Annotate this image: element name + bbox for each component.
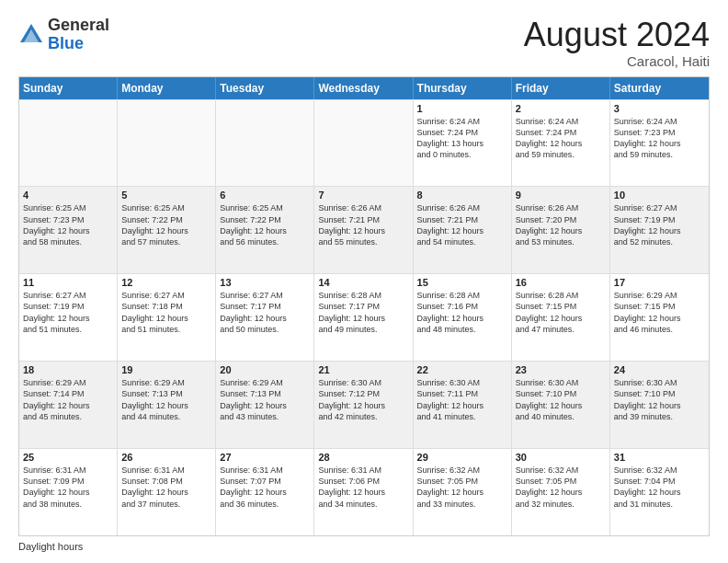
calendar: SundayMondayTuesdayWednesdayThursdayFrid… xyxy=(18,76,710,536)
logo-text: General Blue xyxy=(48,17,109,53)
calendar-cell: 30Sunrise: 6:32 AM Sunset: 7:05 PM Dayli… xyxy=(512,449,610,535)
day-info: Sunrise: 6:30 AM Sunset: 7:11 PM Dayligh… xyxy=(417,377,507,422)
day-info: Sunrise: 6:32 AM Sunset: 7:04 PM Dayligh… xyxy=(614,465,705,510)
calendar-cell: 27Sunrise: 6:31 AM Sunset: 7:07 PM Dayli… xyxy=(216,449,314,535)
title-block: August 2024 Caracol, Haiti xyxy=(524,17,710,69)
day-info: Sunrise: 6:28 AM Sunset: 7:16 PM Dayligh… xyxy=(417,290,507,335)
calendar-row: 1Sunrise: 6:24 AM Sunset: 7:24 PM Daylig… xyxy=(19,99,709,187)
day-number: 11 xyxy=(23,277,113,288)
day-number: 24 xyxy=(614,364,705,375)
calendar-cell: 23Sunrise: 6:30 AM Sunset: 7:10 PM Dayli… xyxy=(512,362,610,448)
day-info: Sunrise: 6:31 AM Sunset: 7:07 PM Dayligh… xyxy=(220,465,310,510)
cal-header-day: Sunday xyxy=(19,77,118,99)
day-info: Sunrise: 6:31 AM Sunset: 7:09 PM Dayligh… xyxy=(23,465,113,510)
day-number: 13 xyxy=(220,277,310,288)
day-number: 14 xyxy=(318,277,408,288)
calendar-cell: 28Sunrise: 6:31 AM Sunset: 7:06 PM Dayli… xyxy=(314,449,413,535)
day-info: Sunrise: 6:27 AM Sunset: 7:19 PM Dayligh… xyxy=(23,290,113,335)
calendar-cell: 9Sunrise: 6:26 AM Sunset: 7:20 PM Daylig… xyxy=(512,187,610,273)
calendar-body: 1Sunrise: 6:24 AM Sunset: 7:24 PM Daylig… xyxy=(19,99,709,535)
calendar-cell: 21Sunrise: 6:30 AM Sunset: 7:12 PM Dayli… xyxy=(314,362,413,448)
day-number: 12 xyxy=(121,277,211,288)
day-info: Sunrise: 6:30 AM Sunset: 7:12 PM Dayligh… xyxy=(318,377,408,422)
cal-header-day: Friday xyxy=(512,77,610,99)
calendar-cell: 1Sunrise: 6:24 AM Sunset: 7:24 PM Daylig… xyxy=(414,100,512,187)
cal-header-day: Saturday xyxy=(610,77,709,99)
logo-blue: Blue xyxy=(48,34,84,52)
day-number: 15 xyxy=(417,277,507,288)
calendar-cell: 18Sunrise: 6:29 AM Sunset: 7:14 PM Dayli… xyxy=(19,362,118,448)
day-number: 19 xyxy=(121,364,211,375)
day-info: Sunrise: 6:25 AM Sunset: 7:22 PM Dayligh… xyxy=(220,202,310,247)
day-number: 16 xyxy=(516,277,606,288)
calendar-cell: 12Sunrise: 6:27 AM Sunset: 7:18 PM Dayli… xyxy=(118,274,216,361)
calendar-cell: 8Sunrise: 6:26 AM Sunset: 7:21 PM Daylig… xyxy=(414,187,512,273)
calendar-cell: 20Sunrise: 6:29 AM Sunset: 7:13 PM Dayli… xyxy=(216,362,314,448)
day-number: 3 xyxy=(614,103,705,114)
cal-header-day: Thursday xyxy=(414,77,512,99)
day-info: Sunrise: 6:28 AM Sunset: 7:15 PM Dayligh… xyxy=(516,290,606,335)
day-number: 5 xyxy=(121,190,211,201)
day-number: 7 xyxy=(318,190,408,201)
day-number: 9 xyxy=(516,190,606,201)
day-number: 29 xyxy=(417,452,507,463)
day-info: Sunrise: 6:29 AM Sunset: 7:15 PM Dayligh… xyxy=(614,290,705,335)
day-info: Sunrise: 6:30 AM Sunset: 7:10 PM Dayligh… xyxy=(614,377,705,422)
day-info: Sunrise: 6:26 AM Sunset: 7:21 PM Dayligh… xyxy=(318,202,408,247)
day-info: Sunrise: 6:25 AM Sunset: 7:22 PM Dayligh… xyxy=(121,202,211,247)
day-number: 8 xyxy=(417,190,507,201)
calendar-row: 25Sunrise: 6:31 AM Sunset: 7:09 PM Dayli… xyxy=(19,448,709,535)
calendar-cell: 4Sunrise: 6:25 AM Sunset: 7:23 PM Daylig… xyxy=(19,187,118,273)
header: General Blue August 2024 Caracol, Haiti xyxy=(18,17,710,69)
day-number: 28 xyxy=(318,452,408,463)
day-info: Sunrise: 6:32 AM Sunset: 7:05 PM Dayligh… xyxy=(417,465,507,510)
calendar-row: 11Sunrise: 6:27 AM Sunset: 7:19 PM Dayli… xyxy=(19,273,709,361)
calendar-cell xyxy=(314,100,413,187)
day-info: Sunrise: 6:30 AM Sunset: 7:10 PM Dayligh… xyxy=(516,377,606,422)
calendar-cell xyxy=(216,100,314,187)
calendar-cell: 6Sunrise: 6:25 AM Sunset: 7:22 PM Daylig… xyxy=(216,187,314,273)
day-number: 6 xyxy=(220,190,310,201)
day-info: Sunrise: 6:27 AM Sunset: 7:17 PM Dayligh… xyxy=(220,290,310,335)
day-info: Sunrise: 6:27 AM Sunset: 7:19 PM Dayligh… xyxy=(614,202,705,247)
calendar-cell: 3Sunrise: 6:24 AM Sunset: 7:23 PM Daylig… xyxy=(610,100,709,187)
calendar-cell: 17Sunrise: 6:29 AM Sunset: 7:15 PM Dayli… xyxy=(610,274,709,361)
logo: General Blue xyxy=(18,17,109,53)
day-info: Sunrise: 6:29 AM Sunset: 7:13 PM Dayligh… xyxy=(220,377,310,422)
footer: Daylight hours xyxy=(18,541,710,552)
calendar-cell: 25Sunrise: 6:31 AM Sunset: 7:09 PM Dayli… xyxy=(19,449,118,535)
month-year: August 2024 xyxy=(524,17,710,53)
calendar-cell: 26Sunrise: 6:31 AM Sunset: 7:08 PM Dayli… xyxy=(118,449,216,535)
calendar-cell: 15Sunrise: 6:28 AM Sunset: 7:16 PM Dayli… xyxy=(414,274,512,361)
day-number: 27 xyxy=(220,452,310,463)
day-number: 20 xyxy=(220,364,310,375)
day-number: 25 xyxy=(23,452,113,463)
day-number: 23 xyxy=(516,364,606,375)
day-number: 30 xyxy=(516,452,606,463)
day-info: Sunrise: 6:24 AM Sunset: 7:24 PM Dayligh… xyxy=(417,116,507,161)
logo-icon xyxy=(18,22,44,48)
day-info: Sunrise: 6:29 AM Sunset: 7:14 PM Dayligh… xyxy=(23,377,113,422)
calendar-cell: 16Sunrise: 6:28 AM Sunset: 7:15 PM Dayli… xyxy=(512,274,610,361)
location: Caracol, Haiti xyxy=(524,53,710,69)
calendar-cell: 2Sunrise: 6:24 AM Sunset: 7:24 PM Daylig… xyxy=(512,100,610,187)
calendar-cell: 7Sunrise: 6:26 AM Sunset: 7:21 PM Daylig… xyxy=(314,187,413,273)
calendar-cell: 19Sunrise: 6:29 AM Sunset: 7:13 PM Dayli… xyxy=(118,362,216,448)
day-info: Sunrise: 6:25 AM Sunset: 7:23 PM Dayligh… xyxy=(23,202,113,247)
day-number: 17 xyxy=(614,277,705,288)
day-info: Sunrise: 6:31 AM Sunset: 7:06 PM Dayligh… xyxy=(318,465,408,510)
calendar-row: 18Sunrise: 6:29 AM Sunset: 7:14 PM Dayli… xyxy=(19,361,709,448)
day-info: Sunrise: 6:27 AM Sunset: 7:18 PM Dayligh… xyxy=(121,290,211,335)
calendar-cell: 22Sunrise: 6:30 AM Sunset: 7:11 PM Dayli… xyxy=(414,362,512,448)
day-number: 18 xyxy=(23,364,113,375)
calendar-cell: 29Sunrise: 6:32 AM Sunset: 7:05 PM Dayli… xyxy=(414,449,512,535)
calendar-cell xyxy=(118,100,216,187)
day-number: 4 xyxy=(23,190,113,201)
cal-header-day: Monday xyxy=(118,77,216,99)
calendar-cell xyxy=(19,100,118,187)
day-number: 26 xyxy=(121,452,211,463)
day-number: 31 xyxy=(614,452,705,463)
day-number: 21 xyxy=(318,364,408,375)
day-number: 10 xyxy=(614,190,705,201)
calendar-cell: 10Sunrise: 6:27 AM Sunset: 7:19 PM Dayli… xyxy=(610,187,709,273)
